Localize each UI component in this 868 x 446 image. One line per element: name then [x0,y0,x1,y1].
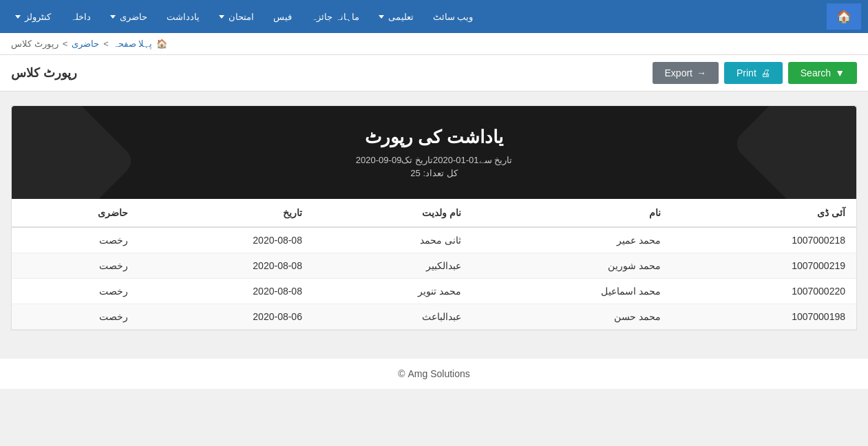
home-icon: 🏠 [156,39,167,49]
cell-father-name: عبدالباعث [313,304,472,330]
chevron-down-icon [379,15,384,19]
cell-date: 2020-08-08 [139,253,313,279]
cell-id: 1007000220 [672,279,856,304]
nav-item-website[interactable]: ویب سائٹ [425,8,482,26]
cell-status: رخصت [12,304,139,330]
nav-label-imtihan: امتحان [229,12,254,22]
cell-name: محمد حسن [472,304,672,330]
nav-label-fees: فیس [273,12,292,22]
cell-id: 1007000219 [672,253,856,279]
table-row: 1007000220 محمد اسماعیل محمد تنویر 2020-… [12,279,856,304]
cell-name: محمد شورین [472,253,672,279]
table-row: 1007000219 محمد شورین عبدالکبیر 2020-08-… [12,253,856,279]
search-label: Search [801,67,831,78]
report-date-range: تاریخ سے01-01-2020تاریخ تک09-09-2020 [25,155,843,165]
report-total: کل تعداد: 25 [25,168,843,178]
nav-label-controlz: کنٹرولز [25,12,51,22]
total-count: 25 [410,168,420,178]
col-name: نام [472,199,672,227]
report-header: یاداشت کی رپورٹ تاریخ سے01-01-2020تاریخ … [12,106,856,199]
print-button[interactable]: 🖨 Print [724,62,783,84]
cell-father-name: محمد تنویر [313,279,472,304]
nav-label-yaddasht: یادداشت [167,12,200,22]
print-icon: 🖨 [761,67,770,78]
col-father-name: نام ولدیت [313,199,472,227]
export-icon: → [697,67,706,78]
cell-status: رخصت [12,279,139,304]
chevron-down-icon [110,15,116,19]
toolbar-buttons: ▼ Search 🖨 Print → Export [653,62,857,84]
chevron-down-icon [219,15,224,19]
cell-date: 2020-08-06 [139,304,313,330]
cell-id: 1007000218 [672,227,856,253]
nav-item-imtihan[interactable]: امتحان [211,8,262,26]
nav-item-hazri[interactable]: حاضری [102,8,156,26]
chevron-down-icon [15,15,21,19]
breadcrumb-home[interactable]: پہلا صفحہ [113,39,153,49]
cell-date: 2020-08-08 [139,227,313,253]
home-button[interactable]: 🏠 [827,3,861,30]
nav-label-dakhla: داخلہ [70,12,91,22]
export-label: Export [665,67,692,78]
total-label: کل تعداد: [423,168,457,178]
nav-item-taleemi[interactable]: تعلیمی [370,8,422,26]
cell-father-name: عبدالکبیر [313,253,472,279]
breadcrumb: 🏠 پہلا صفحہ > حاضری > رپورٹ کلاس [0,33,868,55]
cell-status: رخصت [12,253,139,279]
col-date: تاریخ [139,199,313,227]
report-title: یاداشت کی رپورٹ [25,127,843,148]
table-row: 1007000218 محمد عمیر ثانی محمد 2020-08-0… [12,227,856,253]
footer: Amg Solutions © [0,358,868,389]
cell-name: محمد عمیر [472,227,672,253]
col-status: حاضری [12,199,139,227]
print-label: Print [737,67,756,78]
cell-father-name: ثانی محمد [313,227,472,253]
nav-item-controlz[interactable]: کنٹرولز [7,8,59,26]
nav-item-yaddasht[interactable]: یادداشت [158,8,208,26]
page-title: رپورٹ کلاس [11,65,77,81]
cell-name: محمد اسماعیل [472,279,672,304]
cell-id: 1007000198 [672,304,856,330]
nav-item-fees[interactable]: فیس [265,8,300,26]
export-button[interactable]: → Export [653,62,719,84]
breadcrumb-link1[interactable]: حاضری [72,39,99,49]
nav-item-mahana[interactable]: ماہانہ جائزہ [303,8,368,26]
nav-menu: ویب سائٹ تعلیمی ماہانہ جائزہ فیس امتحان … [7,8,481,26]
cell-date: 2020-08-08 [139,279,313,304]
navbar: 🏠 ویب سائٹ تعلیمی ماہانہ جائزہ فیس امتحا… [0,0,868,33]
table-row: 1007000198 محمد حسن عبدالباعث 2020-08-06… [12,304,856,330]
report-table: آئی ڈی نام نام ولدیت تاریخ حاضری 1007000… [12,199,856,330]
report-container: یاداشت کی رپورٹ تاریخ سے01-01-2020تاریخ … [11,105,857,330]
toolbar: ▼ Search 🖨 Print → Export رپورٹ کلاس [0,55,868,92]
filter-icon: ▼ [835,67,845,78]
cell-status: رخصت [12,227,139,253]
nav-label-hazri: حاضری [120,12,147,22]
search-button[interactable]: ▼ Search [788,62,857,84]
main-content: یاداشت کی رپورٹ تاریخ سے01-01-2020تاریخ … [0,92,868,344]
breadcrumb-current: رپورٹ کلاس [11,39,59,49]
nav-label-mahana: ماہانہ جائزہ [311,12,359,22]
nav-label-website: ویب سائٹ [433,12,474,22]
col-id: آئی ڈی [672,199,856,227]
table-body: 1007000218 محمد عمیر ثانی محمد 2020-08-0… [12,227,856,330]
breadcrumb-sep2: > [63,39,68,49]
table-header-row: آئی ڈی نام نام ولدیت تاریخ حاضری [12,199,856,227]
footer-text: Amg Solutions © [398,368,470,379]
nav-label-taleemi: تعلیمی [388,12,414,22]
nav-item-dakhla[interactable]: داخلہ [62,8,99,26]
breadcrumb-sep1: > [103,39,109,49]
